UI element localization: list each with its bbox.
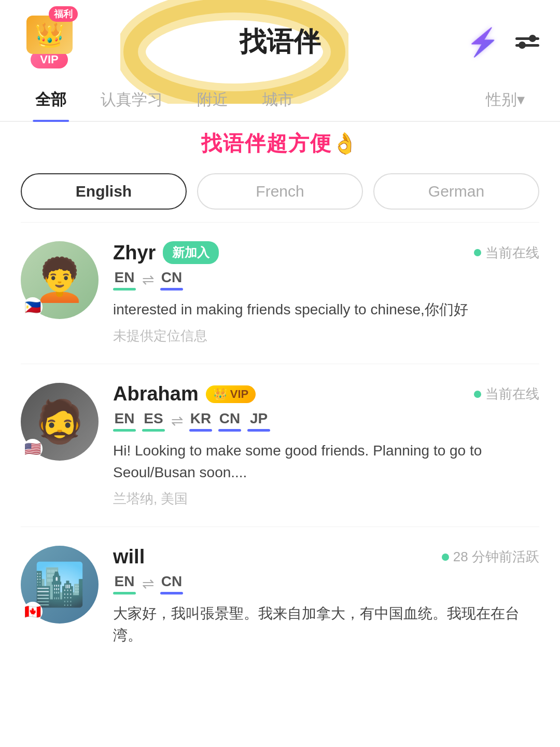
lightning-icon[interactable]: ⚡ — [466, 26, 500, 58]
lang-exchange-will: EN ⇌ CN — [113, 573, 539, 594]
exchange-arrow-abraham: ⇌ — [171, 412, 183, 430]
online-dot-abraham — [474, 391, 481, 398]
lang-exchange-abraham: EN ES ⇌ KR CN JP — [113, 410, 539, 432]
native-lang-will: EN — [115, 573, 135, 590]
online-dot-will — [442, 554, 449, 561]
nav-tabs: 全部 认真学习 附近 城市 性别▾ — [0, 79, 560, 122]
exchange-arrow-zhyr: ⇌ — [142, 271, 154, 288]
learn-bar-zhyr — [160, 288, 183, 290]
username-zhyr: Zhyr 新加入 — [113, 241, 219, 264]
lang-filter-french[interactable]: French — [197, 173, 363, 210]
location-abraham: 兰塔纳, 美国 — [113, 490, 539, 508]
native-lang-zhyr: EN — [115, 269, 135, 286]
tab-serious[interactable]: 认真学习 — [86, 79, 177, 121]
lang-exchange-zhyr: EN ⇌ CN — [113, 269, 539, 290]
bio-zhyr: interested in making friends specially t… — [113, 299, 539, 321]
exchange-arrow-will: ⇌ — [142, 575, 154, 592]
avatar-wrap-will[interactable]: 🏙️ 🇨🇦 — [21, 546, 99, 624]
filter-icon[interactable] — [515, 37, 539, 47]
bio-will: 大家好，我叫張景聖。我来自加拿大，有中国血统。我现在在台湾。 — [113, 603, 539, 646]
tab-nearby[interactable]: 附近 — [183, 79, 243, 121]
online-status-zhyr: 当前在线 — [474, 244, 539, 262]
native-lang2-abraham: ES — [144, 410, 163, 427]
vip-badge-abraham: 👑 VIP — [206, 385, 256, 403]
lang-filter-german[interactable]: German — [373, 173, 539, 210]
username-will: will — [113, 546, 145, 568]
learn-bar1-abraham — [189, 429, 212, 432]
lang-filter-english[interactable]: English — [21, 173, 187, 210]
learn-lang3-abraham: JP — [250, 410, 268, 427]
promo-banner: 找语伴超方便👌 — [0, 122, 560, 161]
page-title: 找语伴 — [240, 24, 320, 60]
lang-filter-row: English French German — [0, 161, 560, 222]
learn-lang2-abraham: CN — [219, 410, 240, 427]
learn-lang-zhyr: CN — [161, 269, 182, 286]
user-info-will: will 28 分钟前活跃 EN ⇌ CN 大家好，我叫張景聖。我来自加拿大， — [113, 546, 539, 653]
native-bar1-abraham — [113, 429, 136, 432]
user-info-zhyr: Zhyr 新加入 当前在线 EN ⇌ CN interes — [113, 241, 539, 345]
online-dot-zhyr — [474, 249, 481, 256]
flag-abraham: 🇺🇸 — [23, 439, 43, 459]
tab-all[interactable]: 全部 — [21, 79, 81, 121]
avatar-wrap-abraham[interactable]: 🧔 🇺🇸 — [21, 383, 99, 461]
vip-badge[interactable]: 👑 福利 VIP — [21, 16, 78, 68]
learn-lang1-abraham: KR — [190, 410, 211, 427]
bio-abraham: Hi! Looking to make some good friends. P… — [113, 440, 539, 483]
user-card-zhyr: 🧑‍🦱 🇵🇭 Zhyr 新加入 当前在线 EN ⇌ — [0, 223, 560, 364]
new-badge-zhyr: 新加入 — [163, 241, 219, 264]
learn-bar3-abraham — [247, 429, 270, 432]
online-status-abraham: 当前在线 — [474, 385, 539, 403]
tab-gender[interactable]: 性别▾ — [471, 79, 539, 121]
flag-zhyr: 🇵🇭 — [23, 297, 43, 317]
native-bar-zhyr — [113, 288, 136, 290]
native-bar2-abraham — [142, 429, 165, 432]
native-bar-will — [113, 592, 136, 594]
vip-tag: 福利 — [49, 6, 78, 22]
user-info-abraham: Abraham 👑 VIP 当前在线 EN ES ⇌ — [113, 383, 539, 508]
avatar-wrap-zhyr[interactable]: 🧑‍🦱 🇵🇭 — [21, 241, 99, 319]
flag-will: 🇨🇦 — [23, 602, 43, 621]
tab-city[interactable]: 城市 — [248, 79, 308, 121]
learn-bar-will — [160, 592, 183, 594]
online-status-will: 28 分钟前活跃 — [442, 548, 539, 566]
username-abraham: Abraham 👑 VIP — [113, 383, 256, 405]
user-card-abraham: 🧔 🇺🇸 Abraham 👑 VIP 当前在线 EN — [0, 364, 560, 527]
header-icons: ⚡ — [466, 26, 539, 58]
learn-bar2-abraham — [218, 429, 241, 432]
learn-lang-will: CN — [161, 573, 182, 590]
native-lang1-abraham: EN — [115, 410, 135, 427]
location-zhyr: 未提供定位信息 — [113, 327, 539, 345]
user-card-will: 🏙️ 🇨🇦 will 28 分钟前活跃 EN ⇌ — [0, 527, 560, 671]
